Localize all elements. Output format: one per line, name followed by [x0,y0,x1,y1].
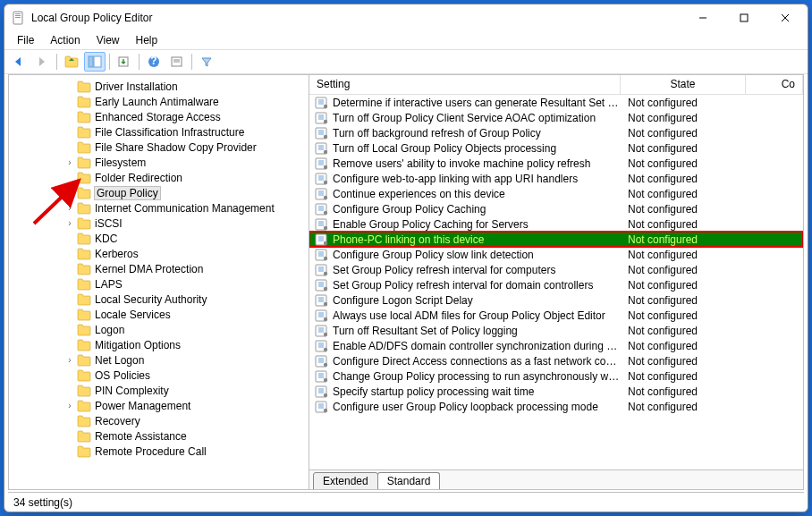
back-button[interactable] [8,52,30,72]
export-button[interactable] [114,52,135,72]
tree-item-label: Net Logon [95,354,144,367]
column-state[interactable]: State [621,75,746,94]
folder-icon [77,415,91,427]
setting-row[interactable]: Change Group Policy processing to run as… [309,368,803,384]
setting-row[interactable]: Configure user Group Policy loopback pro… [309,399,803,414]
setting-row[interactable]: Remove users' ability to invoke machine … [309,156,803,171]
tree-item-label: Remote Procedure Call [95,445,207,458]
setting-name: Set Group Policy refresh interval for co… [333,264,621,276]
setting-icon [315,142,329,155]
tree-item[interactable]: KDC [9,231,309,246]
tree-item[interactable]: Recovery [9,413,309,428]
tree-item[interactable]: Mitigation Options [9,337,309,352]
menu-action[interactable]: Action [43,32,87,48]
setting-row[interactable]: Enable AD/DFS domain controller synchron… [309,338,803,353]
titlebar[interactable]: Local Group Policy Editor [4,4,808,31]
folder-icon [77,309,91,321]
setting-row[interactable]: Configure Logon Script DelayNot configur… [309,292,803,308]
tree-item[interactable]: File Share Shadow Copy Provider [9,140,309,155]
expand-icon[interactable]: › [64,401,75,410]
setting-state: Not configured [621,401,737,413]
setting-name: Configure user Group Policy loopback pro… [333,401,621,413]
column-comment[interactable]: Co [746,75,803,94]
tab-extended[interactable]: Extended [313,472,378,490]
tree-item[interactable]: Locale Services [9,307,309,322]
tree-item[interactable]: PIN Complexity [9,383,309,398]
properties-button[interactable] [166,52,188,72]
tree-item[interactable]: ›Net Logon [9,352,309,368]
setting-row[interactable]: Specify startup policy processing wait t… [309,384,803,399]
settings-list[interactable]: Determine if interactive users can gener… [309,95,803,469]
filter-button[interactable] [196,52,217,72]
setting-row[interactable]: Phone-PC linking on this deviceNot confi… [309,232,803,247]
tree-pane[interactable]: Driver InstallationEarly Launch Antimalw… [9,75,309,489]
tree-item[interactable]: Remote Procedure Call [9,444,309,459]
toolbar-separator [56,54,57,70]
tree-item[interactable]: ›Internet Communication Management [9,200,309,216]
tree-item[interactable]: File Classification Infrastructure [9,124,309,140]
tree-item-label: Group Policy [95,187,160,199]
tree-item[interactable]: Logon [9,322,309,337]
expand-icon[interactable]: › [64,157,75,167]
tree-item[interactable]: ›Power Management [9,398,309,413]
setting-icon [315,385,329,398]
tree-item-label: Power Management [95,400,190,412]
toolbar-separator [139,54,140,70]
column-setting[interactable]: Setting [309,75,621,94]
tree-item[interactable]: Kernel DMA Protection [9,261,309,276]
tree-item[interactable]: Driver Installation [9,79,309,94]
maximize-button[interactable] [723,4,765,31]
up-button[interactable] [61,52,82,72]
folder-tree[interactable]: Driver InstallationEarly Launch Antimalw… [9,79,309,459]
setting-row[interactable]: Configure Group Policy CachingNot config… [309,201,803,216]
close-button[interactable] [765,4,806,31]
setting-name: Phone-PC linking on this device [333,233,621,246]
tree-item[interactable]: OS Policies [9,368,309,383]
setting-row[interactable]: Turn off Local Group Policy Objects proc… [309,140,803,156]
setting-name: Turn off Group Policy Client Service AOA… [333,112,621,124]
setting-state: Not configured [621,340,737,352]
tree-item[interactable]: ›iSCSI [9,216,309,231]
setting-row[interactable]: Always use local ADM files for Group Pol… [309,308,803,323]
setting-row[interactable]: Configure web-to-app linking with app UR… [309,171,803,186]
setting-name: Specify startup policy processing wait t… [333,385,621,398]
tree-item[interactable]: Kerberos [9,246,309,261]
minimize-button[interactable] [682,4,723,31]
tree-item[interactable]: LAPS [9,276,309,292]
tree-item[interactable]: Enhanced Storage Access [9,109,309,124]
setting-row[interactable]: Turn off Resultant Set of Policy logging… [309,323,803,338]
tab-standard[interactable]: Standard [377,472,441,490]
menu-file[interactable]: File [10,32,41,48]
tree-item[interactable]: Remote Assistance [9,428,309,444]
tree-item[interactable]: Early Launch Antimalware [9,94,309,109]
setting-row[interactable]: Set Group Policy refresh interval for do… [309,277,803,292]
window-controls [682,4,806,31]
setting-state: Not configured [621,264,737,276]
setting-row[interactable]: Configure Group Policy slow link detecti… [309,247,803,262]
setting-row[interactable]: Configure Direct Access connections as a… [309,353,803,368]
setting-row[interactable]: Turn off Group Policy Client Service AOA… [309,110,803,125]
expand-icon[interactable]: › [64,355,75,365]
menu-view[interactable]: View [89,32,127,48]
tree-item[interactable]: ›Filesystem [9,155,309,170]
setting-icon [315,279,329,292]
help-button[interactable]: ? [143,52,165,72]
setting-state: Not configured [621,112,737,124]
view-tabs: Extended Standard [309,469,803,489]
forward-button[interactable] [31,52,53,72]
setting-name: Turn off Resultant Set of Policy logging [333,325,621,337]
list-header[interactable]: Setting State Co [309,75,803,95]
setting-row[interactable]: Set Group Policy refresh interval for co… [309,262,803,277]
setting-row[interactable]: Determine if interactive users can gener… [309,95,803,110]
setting-row[interactable]: Enable Group Policy Caching for ServersN… [309,216,803,232]
tree-item[interactable]: Folder Redirection [9,170,309,185]
show-hide-tree-button[interactable] [84,52,106,72]
setting-name: Turn off background refresh of Group Pol… [333,127,621,140]
expand-icon[interactable]: › [64,218,75,228]
tree-item[interactable]: Local Security Authority [9,292,309,307]
setting-row[interactable]: Turn off background refresh of Group Pol… [309,125,803,140]
expand-icon[interactable]: › [64,203,75,213]
menu-help[interactable]: Help [129,32,165,48]
tree-item[interactable]: Group Policy [9,185,309,200]
setting-row[interactable]: Continue experiences on this deviceNot c… [309,186,803,201]
